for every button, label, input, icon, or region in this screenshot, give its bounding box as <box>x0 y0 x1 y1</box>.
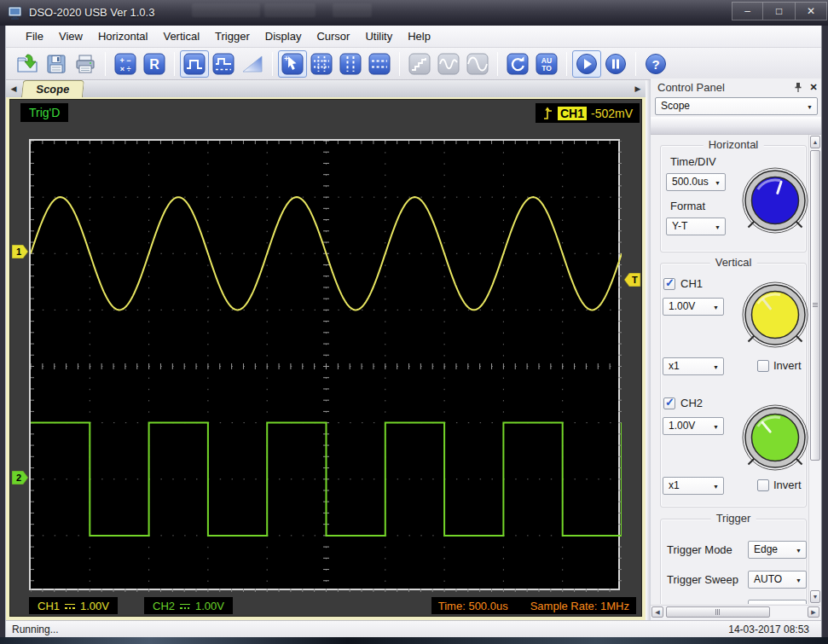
menu-item-display[interactable]: Display <box>258 26 310 48</box>
svg-text:+ −: + − <box>119 56 130 65</box>
sample-rate-value: Sample Rate: 1MHz <box>530 600 629 612</box>
trigger-source-combo-partial[interactable] <box>748 600 807 604</box>
titlebar-smudge <box>192 3 260 17</box>
menu-item-vertical[interactable]: Vertical <box>155 26 207 48</box>
cursor-icon <box>281 53 304 75</box>
ch2-scale-combo[interactable]: 1.00V▼ <box>663 417 724 435</box>
scope-display[interactable] <box>29 139 620 590</box>
ch2-probe-value: x1 <box>669 479 680 491</box>
toolbar: + −× ÷RAUTO? <box>6 48 821 80</box>
format-label: Format <box>670 200 705 212</box>
menubar: FileViewHorizontalVerticalTriggerDisplay… <box>6 26 821 48</box>
toolbar-pulse-train-button[interactable] <box>209 50 238 78</box>
format-combo[interactable]: Y-T▼ <box>666 218 726 235</box>
close-button[interactable]: ✕ <box>796 2 827 20</box>
trigger-mode-combo[interactable]: Edge▼ <box>748 541 807 559</box>
trigger-level-marker[interactable]: T <box>623 273 641 287</box>
ch2-position-marker[interactable]: 2 <box>12 471 30 484</box>
toolbar-horizontal-cursors-button[interactable] <box>365 50 394 78</box>
window-border-right <box>821 26 828 637</box>
play-icon <box>576 53 598 75</box>
status-text: Running... <box>12 624 59 635</box>
toolbar-save-button[interactable] <box>42 50 71 78</box>
ch1-scale-combo[interactable]: 1.00V▼ <box>663 298 724 316</box>
menu-item-view[interactable]: View <box>51 26 90 48</box>
toolbar-separator <box>105 52 106 76</box>
toolbar-math-button[interactable]: + −× ÷ <box>111 50 140 78</box>
trigger-group: Trigger <box>660 519 807 604</box>
vscroll-thumb[interactable] <box>810 150 820 461</box>
toolbar-cursor-button[interactable] <box>278 50 307 78</box>
scroll-down-icon[interactable]: ▼ <box>810 590 820 603</box>
menu-item-file[interactable]: File <box>18 26 51 48</box>
toolbar-print-button[interactable] <box>71 50 100 78</box>
menu-item-help[interactable]: Help <box>400 26 438 48</box>
scroll-left-icon[interactable]: ◀ <box>651 606 663 618</box>
time-div-combo[interactable]: 500.0us▼ <box>666 173 726 191</box>
svg-text:× ÷: × ÷ <box>120 64 131 73</box>
panel-selector-combo[interactable]: Scope▼ <box>655 97 818 115</box>
trigger-info: CH1 -502mV <box>536 103 640 123</box>
ch2-position-knob[interactable] <box>741 403 808 476</box>
ch2-invert-checkbox[interactable] <box>757 479 769 491</box>
toolbar-pause-button[interactable] <box>601 50 630 78</box>
toolbar-help-button[interactable]: ? <box>641 50 670 78</box>
scroll-up-icon[interactable]: ▲ <box>810 136 820 148</box>
svg-text:AU: AU <box>541 55 552 64</box>
ch1-position-knob[interactable] <box>741 280 808 353</box>
minimize-button[interactable]: – <box>732 2 763 20</box>
toolbar-group <box>13 50 100 78</box>
toolbar-pulse-button[interactable] <box>180 50 209 78</box>
scroll-grip <box>813 303 818 304</box>
scope-header: Trig'D CH1 -502mV <box>14 103 640 124</box>
toolbar-ramp-button[interactable] <box>238 50 267 78</box>
control-panel-close-icon[interactable]: ✕ <box>808 81 819 93</box>
dc-coupling-icon <box>180 602 190 610</box>
ch1-trace <box>31 197 622 310</box>
hscroll-thumb[interactable] <box>666 606 770 618</box>
toolbar-auto-button[interactable]: AUTO <box>532 50 561 78</box>
auto-icon: AUTO <box>536 53 558 75</box>
tab-scroll-right-icon[interactable]: ▶ <box>632 83 644 95</box>
ch2-enable-checkbox[interactable] <box>663 397 675 409</box>
tab-scroll-left-icon[interactable]: ◀ <box>8 83 20 95</box>
ch2-probe-combo[interactable]: x1▼ <box>663 477 724 495</box>
maximize-button[interactable]: □ <box>763 2 796 20</box>
toolbar-reference-button[interactable]: R <box>140 50 169 78</box>
pin-icon[interactable] <box>792 82 804 94</box>
svg-text:1: 1 <box>16 247 21 257</box>
ch1-label: CH1 <box>38 600 60 612</box>
pulse-train-icon <box>212 53 235 75</box>
menu-item-utility[interactable]: Utility <box>357 26 400 48</box>
menu-item-trigger[interactable]: Trigger <box>207 26 258 48</box>
ch1-scale-value: 1.00V <box>80 600 109 612</box>
svg-text:?: ? <box>651 56 659 71</box>
ch1-invert-checkbox[interactable] <box>757 360 769 372</box>
toolbar-refresh-button[interactable] <box>503 50 532 78</box>
chevron-down-icon: ▼ <box>713 418 719 434</box>
toolbar-grid-button[interactable] <box>307 50 336 78</box>
ch1-scale-value: 1.00V <box>669 300 695 312</box>
control-panel-vscrollbar[interactable]: ▲ ▼ <box>808 135 820 604</box>
toolbar-group: + −× ÷R <box>111 50 169 78</box>
scroll-right-icon[interactable]: ▶ <box>808 606 819 618</box>
ch1-position-marker[interactable]: 1 <box>12 245 30 258</box>
tab-scope[interactable]: Scope <box>21 80 84 97</box>
toolbar-play-button[interactable] <box>572 50 601 78</box>
menu-item-cursor[interactable]: Cursor <box>309 26 357 48</box>
horizontal-knob[interactable] <box>741 165 808 239</box>
menu-item-horizontal[interactable]: Horizontal <box>90 26 156 48</box>
help-icon: ? <box>645 53 667 75</box>
reference-icon: R <box>143 53 165 75</box>
chevron-down-icon: ▼ <box>713 358 719 374</box>
toolbar-vertical-cursors-button[interactable] <box>336 50 365 78</box>
sine-icon <box>466 53 489 75</box>
ch1-enable-checkbox[interactable] <box>663 278 675 290</box>
trigger-sweep-combo[interactable]: AUTO▼ <box>748 571 807 589</box>
ch1-probe-combo[interactable]: x1▼ <box>663 357 724 375</box>
control-panel-content: Horizontal Time/DIV 500.0us▼ Format Y-T▼… <box>651 135 808 604</box>
toolbar-group: ? <box>641 50 670 78</box>
scope-footer: CH11.00V CH21.00V Time: 500.0us Sample R… <box>14 595 640 616</box>
control-panel-hscrollbar[interactable]: ◀ ▶ <box>651 605 820 618</box>
toolbar-open-button[interactable] <box>13 50 42 78</box>
